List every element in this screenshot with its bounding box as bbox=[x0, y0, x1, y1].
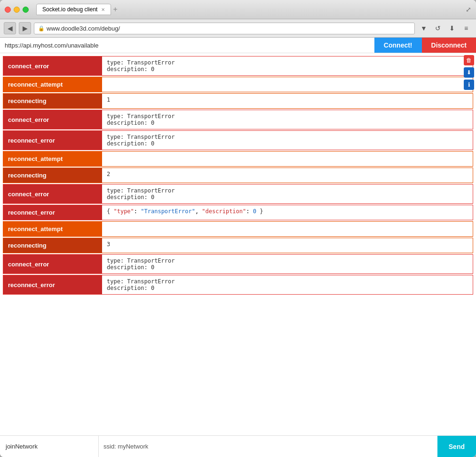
event-row: reconnect_errortype: TransportError desc… bbox=[3, 275, 473, 295]
event-content: 1 bbox=[102, 94, 473, 108]
back-button[interactable]: ◀ bbox=[4, 22, 16, 34]
new-tab-icon[interactable]: + bbox=[113, 5, 117, 14]
event-content: 2 bbox=[102, 168, 473, 183]
forward-button[interactable]: ▶ bbox=[19, 22, 31, 34]
event-content: 3 bbox=[102, 238, 473, 253]
event-log[interactable]: 🗑 ⬇ ℹ connect_errortype: TransportError … bbox=[0, 53, 476, 435]
event-label: reconnect_attempt bbox=[3, 77, 102, 92]
event-label: connect_error bbox=[3, 110, 102, 129]
event-content: type: TransportError description: 0 bbox=[102, 131, 473, 150]
event-label: connect_error bbox=[3, 184, 102, 203]
event-content bbox=[102, 222, 473, 236]
event-label: reconnect_error bbox=[3, 275, 102, 294]
maximize-button[interactable] bbox=[23, 7, 29, 13]
event-label: connect_error bbox=[3, 255, 102, 273]
refresh-icon[interactable]: ↺ bbox=[432, 22, 444, 34]
bookmark-icon[interactable]: ▼ bbox=[418, 22, 430, 34]
event-content bbox=[102, 152, 473, 166]
event-content: type: TransportError description: 0 bbox=[102, 184, 473, 203]
event-label: reconnect_attempt bbox=[3, 222, 102, 236]
event-label: reconnecting bbox=[3, 168, 102, 183]
event-label: connect_error bbox=[3, 56, 102, 75]
connect-bar: Connect! Disconnect bbox=[0, 38, 476, 53]
main-area: Connect! Disconnect 🗑 ⬇ ℹ connect_errort… bbox=[0, 38, 476, 457]
lock-icon: 🔒 bbox=[38, 25, 45, 32]
event-row: reconnect_errortype: TransportError desc… bbox=[3, 130, 473, 150]
bottom-input[interactable] bbox=[99, 436, 437, 457]
info-icon[interactable]: ℹ bbox=[464, 80, 474, 90]
side-icons: 🗑 ⬇ ℹ bbox=[462, 53, 476, 92]
address-text: www.doodle3d.com/debug/ bbox=[47, 25, 120, 32]
tab-close-icon[interactable]: ✕ bbox=[101, 7, 105, 12]
event-content: type: TransportError description: 0 bbox=[102, 255, 473, 273]
event-row: connect_errortype: TransportError descri… bbox=[3, 110, 473, 129]
tab-title: Socket.io debug client bbox=[42, 6, 97, 13]
event-row: reconnect_attempt bbox=[3, 77, 473, 92]
event-row: reconnecting3 bbox=[3, 238, 473, 253]
event-label: reconnecting bbox=[3, 94, 102, 108]
connect-button[interactable]: Connect! bbox=[374, 38, 422, 53]
title-bar: Socket.io debug client ✕ + ⤢ bbox=[0, 0, 476, 19]
event-content: type: TransportError description: 0 bbox=[102, 56, 473, 75]
event-label: reconnect_attempt bbox=[3, 152, 102, 166]
menu-icon[interactable]: ≡ bbox=[460, 22, 472, 34]
tab-bar: Socket.io debug client ✕ + bbox=[36, 4, 462, 15]
expand-icon[interactable]: ⤢ bbox=[466, 6, 471, 13]
nav-bar: ◀ ▶ 🔒 www.doodle3d.com/debug/ ▼ ↺ ⬇ ≡ bbox=[0, 19, 476, 38]
url-input[interactable] bbox=[0, 38, 374, 53]
event-row: reconnect_attempt bbox=[3, 221, 473, 237]
event-row: connect_errortype: TransportError descri… bbox=[3, 254, 473, 274]
event-content: type: TransportError description: 0 bbox=[102, 110, 473, 129]
event-row: reconnect_attempt bbox=[3, 151, 473, 167]
event-label: reconnecting bbox=[3, 238, 102, 253]
close-button[interactable] bbox=[5, 7, 11, 13]
event-row: connect_errortype: TransportError descri… bbox=[3, 184, 473, 204]
bottom-bar: joinNetwork Send bbox=[0, 435, 476, 457]
address-bar[interactable]: 🔒 www.doodle3d.com/debug/ bbox=[34, 23, 415, 34]
scroll-down-icon[interactable]: ⬇ bbox=[464, 67, 474, 78]
event-row: connect_errortype: TransportError descri… bbox=[3, 56, 473, 76]
event-label: reconnect_error bbox=[3, 205, 102, 220]
traffic-lights bbox=[5, 7, 29, 13]
download-icon[interactable]: ⬇ bbox=[446, 22, 458, 34]
browser-window: Socket.io debug client ✕ + ⤢ ◀ ▶ 🔒 www.d… bbox=[0, 0, 476, 457]
event-label: reconnect_error bbox=[3, 131, 102, 150]
minimize-button[interactable] bbox=[14, 7, 20, 13]
back-icon: ◀ bbox=[8, 24, 13, 32]
event-content bbox=[102, 77, 473, 92]
event-row: reconnect_error{ "type": "TransportError… bbox=[3, 205, 473, 220]
active-tab[interactable]: Socket.io debug client ✕ bbox=[36, 4, 111, 15]
event-row: reconnecting2 bbox=[3, 168, 473, 183]
event-content: { "type": "TransportError", "description… bbox=[102, 205, 473, 220]
forward-icon: ▶ bbox=[23, 24, 28, 32]
trash-icon[interactable]: 🗑 bbox=[464, 55, 474, 65]
event-row: reconnecting1 bbox=[3, 93, 473, 109]
disconnect-button[interactable]: Disconnect bbox=[422, 38, 476, 53]
nav-right: ▼ ↺ ⬇ ≡ bbox=[418, 22, 472, 34]
event-content: type: TransportError description: 0 bbox=[102, 275, 473, 294]
bottom-event-label: joinNetwork bbox=[0, 436, 99, 457]
send-button[interactable]: Send bbox=[437, 436, 476, 457]
